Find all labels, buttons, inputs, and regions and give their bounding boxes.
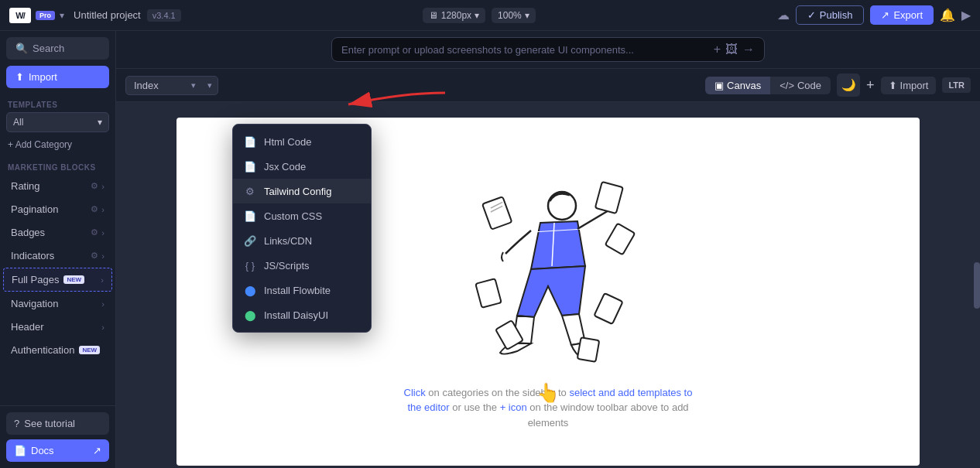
search-button[interactable]: 🔍 Search xyxy=(6,37,109,60)
content-area: Enter prompt or upload screenshots to ge… xyxy=(116,31,980,468)
sidebar-item-indicators[interactable]: Indicators ⚙ › xyxy=(3,244,112,267)
sidebar-item-authentication[interactable]: Authentication NEW xyxy=(3,339,112,361)
canvas-illustration xyxy=(432,153,664,385)
external-link-icon: ↗ xyxy=(93,445,101,456)
settings-icon: ⚙ xyxy=(91,251,98,261)
image-upload-icon[interactable]: 🖼 xyxy=(725,43,738,56)
editor-toolbar: Index ▾ ▣ Canvas </> Code 🌙 + ⬆ Import xyxy=(116,69,980,102)
main-layout: 🔍 Search ⬆ Import TEMPLATES All ▾ + Add … xyxy=(0,31,980,468)
pro-badge: Pro xyxy=(36,11,55,20)
svg-rect-4 xyxy=(475,278,501,308)
sidebar: 🔍 Search ⬆ Import TEMPLATES All ▾ + Add … xyxy=(0,31,116,468)
send-icon[interactable]: → xyxy=(742,43,755,56)
canvas-resize-handle[interactable] xyxy=(974,262,980,309)
screen-selector[interactable]: 🖥 1280px ▾ xyxy=(423,8,485,23)
sidebar-item-badges[interactable]: Badges ⚙ › xyxy=(3,221,112,244)
ltr-badge[interactable]: LTR xyxy=(942,77,971,93)
toolbar-import-button[interactable]: ⬆ Import xyxy=(881,77,937,94)
canvas-toggle-button[interactable]: ▣ Canvas xyxy=(705,77,770,94)
chevron-down-icon: ▾ xyxy=(191,80,196,91)
docs-icon: 📄 xyxy=(14,445,26,456)
import-icon: ⬆ xyxy=(15,71,24,83)
settings-icon: ⚙ xyxy=(91,181,98,191)
dropdown-item-flowbite[interactable]: ⬤ Install Flowbite xyxy=(233,278,371,302)
version-badge[interactable]: v3.4.1 xyxy=(147,9,181,22)
svg-rect-7 xyxy=(577,337,599,362)
sidebar-item-rating[interactable]: Rating ⚙ › xyxy=(3,175,112,197)
search-icon: 🔍 xyxy=(15,43,28,54)
marketing-blocks-title: MARKETING BLOCKS xyxy=(0,159,115,175)
code-toggle-button[interactable]: </> Code xyxy=(770,77,831,94)
sidebar-item-pagination[interactable]: Pagination ⚙ › xyxy=(3,198,112,220)
script-icon: { } xyxy=(244,259,256,272)
dark-mode-button[interactable]: 🌙 xyxy=(837,73,860,97)
play-icon[interactable]: ▶ xyxy=(961,8,971,22)
finger-pointer: 👆 xyxy=(536,382,560,404)
export-icon: ↗ xyxy=(881,9,889,21)
question-icon: ? xyxy=(14,418,19,429)
dropdown-item-jsx[interactable]: 📄 Jsx Code xyxy=(233,154,371,179)
topbar-center: 🖥 1280px ▾ 100% ▾ xyxy=(187,8,771,23)
chevron-right-icon: › xyxy=(101,275,104,285)
sidebar-item-label: Header xyxy=(11,321,44,333)
sidebar-item-label: Navigation xyxy=(11,298,58,309)
file-icon: 📄 xyxy=(244,160,256,173)
export-button[interactable]: ↗ Export xyxy=(870,5,934,25)
zoom-selector[interactable]: 100% ▾ xyxy=(492,8,536,23)
code-icon: </> xyxy=(780,80,794,91)
gear-icon: ⚙ xyxy=(244,185,256,197)
chevron-right-icon: › xyxy=(101,182,105,191)
logo-area: W/ Pro ▾ xyxy=(9,8,64,23)
dropdown-item-tailwind[interactable]: ⚙ Tailwind Config xyxy=(233,179,371,203)
new-badge: NEW xyxy=(79,346,100,354)
svg-rect-2 xyxy=(595,182,623,214)
dropdown-item-html[interactable]: 📄 Html Code xyxy=(233,129,371,154)
dropdown-item-daisyui[interactable]: ⬤ Install DaisyUI xyxy=(233,302,371,327)
file-icon: 📄 xyxy=(244,135,256,148)
cloud-icon[interactable]: ☁ xyxy=(777,8,790,22)
dropdown-item-css[interactable]: 📄 Custom CSS xyxy=(233,203,371,228)
add-category-button[interactable]: + Add Category xyxy=(6,137,109,152)
publish-button[interactable]: ✓ Publish xyxy=(796,5,865,25)
import-button[interactable]: ⬆ Import xyxy=(6,66,109,88)
settings-icon: ⚙ xyxy=(91,204,98,214)
settings-icon: ⚙ xyxy=(91,227,98,237)
sidebar-item-label: Pagination xyxy=(11,203,58,215)
sidebar-item-header[interactable]: Header › xyxy=(3,316,112,338)
page-selector[interactable]: Index ▾ xyxy=(125,76,218,95)
sidebar-footer: ? See tutorial 📄 Docs ↗ xyxy=(0,405,115,468)
tutorial-button[interactable]: ? See tutorial xyxy=(6,412,109,435)
circle-blue-icon: ⬤ xyxy=(244,284,256,296)
sidebar-item-full-pages[interactable]: Full Pages NEW › xyxy=(3,268,112,292)
category-select[interactable]: All ▾ xyxy=(6,112,109,132)
dropdown-item-links[interactable]: 🔗 Links/CDN xyxy=(233,228,371,253)
add-prompt-icon[interactable]: + xyxy=(714,43,721,56)
canvas-icon: ▣ xyxy=(714,80,724,91)
dropdown-item-scripts[interactable]: { } JS/Scripts xyxy=(233,253,371,278)
svg-rect-5 xyxy=(594,293,622,324)
sidebar-item-label: Full Pages xyxy=(12,274,59,285)
prompt-actions: + 🖼 → xyxy=(714,43,755,56)
svg-rect-3 xyxy=(605,223,636,254)
canvas-code-toggle: ▣ Canvas </> Code xyxy=(705,77,831,94)
notifications-icon[interactable]: 🔔 xyxy=(940,8,955,22)
svg-rect-1 xyxy=(482,196,512,229)
new-badge: NEW xyxy=(63,275,84,284)
topbar: W/ Pro ▾ Untitled project v3.4.1 🖥 1280p… xyxy=(0,0,980,31)
chevron-right-icon: › xyxy=(101,228,105,237)
topbar-right: ☁ ✓ Publish ↗ Export 🔔 ▶ xyxy=(777,5,971,25)
sidebar-item-label: Indicators xyxy=(11,250,54,261)
prompt-placeholder: Enter prompt or upload screenshots to ge… xyxy=(341,44,708,56)
import-dropdown-menu: 📄 Html Code 📄 Jsx Code ⚙ Tailwind Config… xyxy=(232,124,372,333)
sidebar-item-navigation[interactable]: Navigation › xyxy=(3,292,112,315)
sidebar-item-label: Rating xyxy=(11,180,40,192)
chevron-down-icon: ▾ xyxy=(98,117,102,128)
chevron-right-icon: › xyxy=(101,251,105,261)
project-name: Untitled project xyxy=(74,9,141,21)
chevron-right-icon: › xyxy=(101,205,105,214)
chevron-down-icon[interactable]: ▾ xyxy=(60,10,64,21)
templates-title: TEMPLATES xyxy=(0,96,115,112)
add-element-button[interactable]: + xyxy=(866,77,875,94)
docs-button[interactable]: 📄 Docs ↗ xyxy=(6,439,109,462)
link-icon: 🔗 xyxy=(244,234,256,247)
